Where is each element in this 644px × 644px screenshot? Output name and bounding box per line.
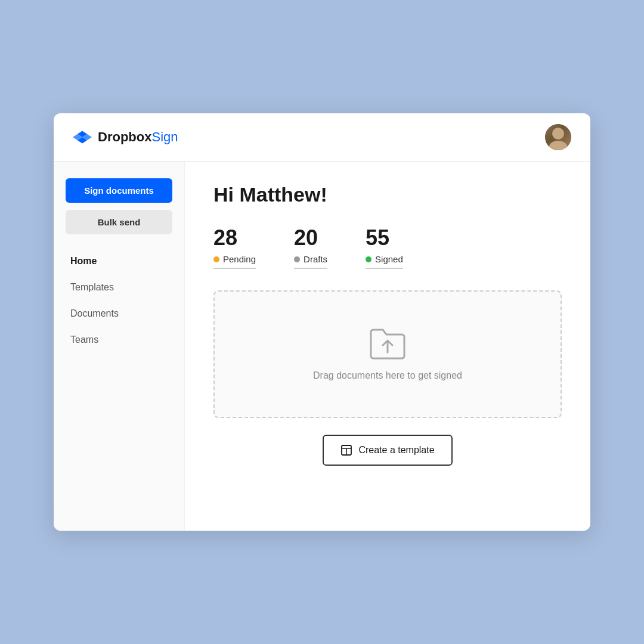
signed-number: 55 bbox=[366, 225, 389, 250]
sidebar-item-home[interactable]: Home bbox=[66, 250, 172, 273]
sidebar-item-templates[interactable]: Templates bbox=[66, 276, 172, 299]
stat-pending: 28 Pending bbox=[213, 225, 294, 269]
main-layout: Sign documents Bulk send Home Templates … bbox=[54, 162, 590, 531]
sidebar-item-teams[interactable]: Teams bbox=[66, 329, 172, 351]
bulk-send-button[interactable]: Bulk send bbox=[66, 210, 172, 234]
dropbox-logo-icon bbox=[73, 128, 92, 147]
logo-area: DropboxSign bbox=[73, 128, 178, 147]
avatar[interactable] bbox=[545, 124, 571, 150]
header: DropboxSign bbox=[54, 113, 590, 162]
drop-zone[interactable]: Drag documents here to get signed bbox=[213, 290, 562, 418]
greeting-heading: Hi Matthew! bbox=[213, 183, 562, 206]
sidebar-item-documents[interactable]: Documents bbox=[66, 302, 172, 325]
logo-text: DropboxSign bbox=[98, 129, 178, 145]
drop-zone-text: Drag documents here to get signed bbox=[313, 370, 462, 381]
avatar-image bbox=[545, 124, 571, 150]
stat-drafts: 20 Drafts bbox=[294, 225, 366, 269]
template-icon bbox=[340, 444, 352, 456]
signed-label: Signed bbox=[366, 254, 403, 269]
drafts-number: 20 bbox=[294, 225, 318, 250]
sidebar: Sign documents Bulk send Home Templates … bbox=[54, 162, 185, 531]
create-template-label: Create a template bbox=[358, 445, 434, 456]
stats-row: 28 Pending 20 Drafts 55 bbox=[213, 225, 562, 269]
create-template-button[interactable]: Create a template bbox=[323, 435, 452, 466]
folder-upload-icon bbox=[369, 327, 407, 361]
pending-number: 28 bbox=[213, 225, 237, 250]
signed-dot bbox=[366, 256, 371, 262]
sign-documents-button[interactable]: Sign documents bbox=[66, 178, 172, 203]
app-window: DropboxSign Sign documents Bulk send Hom… bbox=[54, 113, 590, 531]
pending-dot bbox=[213, 256, 219, 262]
stat-signed: 55 Signed bbox=[366, 225, 441, 269]
drafts-dot bbox=[294, 256, 300, 262]
drafts-label: Drafts bbox=[294, 254, 327, 269]
main-content: Hi Matthew! 28 Pending 20 Drafts bbox=[185, 162, 590, 531]
pending-label: Pending bbox=[213, 254, 256, 269]
